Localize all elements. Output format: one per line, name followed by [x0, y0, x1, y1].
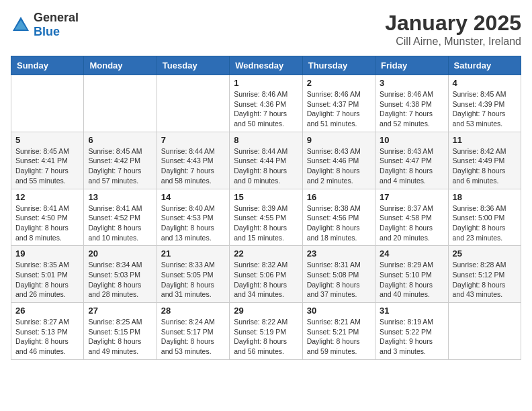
title-block: January 2025 Cill Airne, Munster, Irelan… — [385, 11, 521, 48]
day-number: 1 — [234, 78, 298, 88]
day-cell: 16Sunrise: 8:38 AM Sunset: 4:56 PM Dayli… — [302, 189, 375, 246]
day-info: Sunrise: 8:42 AM Sunset: 4:49 PM Dayligh… — [453, 146, 517, 186]
day-info: Sunrise: 8:46 AM Sunset: 4:38 PM Dayligh… — [380, 89, 443, 129]
header-sunday: Sunday — [11, 56, 84, 75]
day-info: Sunrise: 8:46 AM Sunset: 4:37 PM Dayligh… — [307, 89, 371, 129]
day-cell — [11, 75, 84, 132]
day-number: 29 — [234, 306, 298, 316]
day-info: Sunrise: 8:45 AM Sunset: 4:39 PM Dayligh… — [453, 89, 517, 129]
logo-blue: Blue — [34, 25, 60, 38]
day-number: 21 — [161, 248, 225, 259]
day-number: 12 — [15, 192, 79, 202]
day-number: 25 — [453, 248, 517, 259]
day-number: 15 — [234, 192, 298, 202]
day-cell: 10Sunrise: 8:43 AM Sunset: 4:47 PM Dayli… — [375, 132, 448, 189]
day-info: Sunrise: 8:32 AM Sunset: 5:06 PM Dayligh… — [234, 260, 298, 300]
day-cell: 21Sunrise: 8:33 AM Sunset: 5:05 PM Dayli… — [157, 246, 229, 303]
day-cell: 13Sunrise: 8:41 AM Sunset: 4:52 PM Dayli… — [84, 189, 157, 246]
day-number: 7 — [161, 135, 225, 145]
day-info: Sunrise: 8:44 AM Sunset: 4:44 PM Dayligh… — [234, 146, 298, 186]
day-info: Sunrise: 8:41 AM Sunset: 4:50 PM Dayligh… — [15, 203, 79, 243]
day-info: Sunrise: 8:43 AM Sunset: 4:46 PM Dayligh… — [307, 146, 371, 186]
header-monday: Monday — [84, 56, 157, 75]
day-info: Sunrise: 8:44 AM Sunset: 4:43 PM Dayligh… — [161, 146, 225, 186]
day-number: 8 — [234, 135, 298, 145]
day-number: 10 — [380, 135, 443, 145]
day-info: Sunrise: 8:22 AM Sunset: 5:19 PM Dayligh… — [234, 317, 298, 357]
day-info: Sunrise: 8:46 AM Sunset: 4:36 PM Dayligh… — [234, 89, 298, 129]
day-info: Sunrise: 8:39 AM Sunset: 4:55 PM Dayligh… — [234, 203, 298, 243]
day-info: Sunrise: 8:36 AM Sunset: 5:00 PM Dayligh… — [453, 203, 517, 243]
day-number: 16 — [307, 192, 371, 202]
week-row-5: 26Sunrise: 8:27 AM Sunset: 5:13 PM Dayli… — [11, 303, 521, 360]
day-cell: 6Sunrise: 8:45 AM Sunset: 4:42 PM Daylig… — [84, 132, 157, 189]
day-number: 22 — [234, 248, 298, 259]
day-cell: 22Sunrise: 8:32 AM Sunset: 5:06 PM Dayli… — [230, 246, 302, 303]
day-number: 17 — [380, 192, 443, 202]
day-info: Sunrise: 8:33 AM Sunset: 5:05 PM Dayligh… — [161, 260, 225, 300]
day-info: Sunrise: 8:25 AM Sunset: 5:15 PM Dayligh… — [88, 317, 152, 357]
day-cell: 15Sunrise: 8:39 AM Sunset: 4:55 PM Dayli… — [230, 189, 302, 246]
week-row-3: 12Sunrise: 8:41 AM Sunset: 4:50 PM Dayli… — [11, 189, 521, 246]
day-number: 14 — [161, 192, 225, 202]
day-number: 26 — [15, 306, 79, 316]
day-number: 9 — [307, 135, 371, 145]
day-info: Sunrise: 8:40 AM Sunset: 4:53 PM Dayligh… — [161, 203, 225, 243]
day-cell: 18Sunrise: 8:36 AM Sunset: 5:00 PM Dayli… — [448, 189, 521, 246]
day-cell: 28Sunrise: 8:24 AM Sunset: 5:17 PM Dayli… — [157, 303, 229, 360]
day-info: Sunrise: 8:41 AM Sunset: 4:52 PM Dayligh… — [88, 203, 152, 243]
logo-general: General — [34, 11, 79, 24]
day-number: 24 — [380, 248, 443, 259]
day-info: Sunrise: 8:34 AM Sunset: 5:03 PM Dayligh… — [88, 260, 152, 300]
day-number: 27 — [88, 306, 152, 316]
header-friday: Friday — [375, 56, 448, 75]
day-cell: 19Sunrise: 8:35 AM Sunset: 5:01 PM Dayli… — [11, 246, 84, 303]
calendar-table: SundayMondayTuesdayWednesdayThursdayFrid… — [11, 56, 521, 360]
day-cell — [157, 75, 229, 132]
day-cell: 17Sunrise: 8:37 AM Sunset: 4:58 PM Dayli… — [375, 189, 448, 246]
day-number: 13 — [88, 192, 152, 202]
day-info: Sunrise: 8:45 AM Sunset: 4:42 PM Dayligh… — [88, 146, 152, 186]
day-cell: 20Sunrise: 8:34 AM Sunset: 5:03 PM Dayli… — [84, 246, 157, 303]
day-cell: 26Sunrise: 8:27 AM Sunset: 5:13 PM Dayli… — [11, 303, 84, 360]
day-cell: 9Sunrise: 8:43 AM Sunset: 4:46 PM Daylig… — [302, 132, 375, 189]
header-tuesday: Tuesday — [157, 56, 229, 75]
day-cell: 14Sunrise: 8:40 AM Sunset: 4:53 PM Dayli… — [157, 189, 229, 246]
day-number: 3 — [380, 78, 443, 88]
day-info: Sunrise: 8:27 AM Sunset: 5:13 PM Dayligh… — [15, 317, 79, 357]
day-cell: 1Sunrise: 8:46 AM Sunset: 4:36 PM Daylig… — [230, 75, 302, 132]
day-number: 18 — [453, 192, 517, 202]
day-number: 4 — [453, 78, 517, 88]
day-info: Sunrise: 8:29 AM Sunset: 5:10 PM Dayligh… — [380, 260, 443, 300]
day-info: Sunrise: 8:37 AM Sunset: 4:58 PM Dayligh… — [380, 203, 443, 243]
day-info: Sunrise: 8:19 AM Sunset: 5:22 PM Dayligh… — [380, 317, 443, 357]
day-cell: 24Sunrise: 8:29 AM Sunset: 5:10 PM Dayli… — [375, 246, 448, 303]
logo-text: General Blue — [34, 11, 79, 39]
day-cell: 12Sunrise: 8:41 AM Sunset: 4:50 PM Dayli… — [11, 189, 84, 246]
logo-icon — [11, 15, 31, 35]
day-cell: 23Sunrise: 8:31 AM Sunset: 5:08 PM Dayli… — [302, 246, 375, 303]
day-cell: 4Sunrise: 8:45 AM Sunset: 4:39 PM Daylig… — [448, 75, 521, 132]
day-number: 2 — [307, 78, 371, 88]
day-number: 23 — [307, 248, 371, 259]
header-wednesday: Wednesday — [230, 56, 302, 75]
day-number: 30 — [307, 306, 371, 316]
day-number: 5 — [15, 135, 79, 145]
day-cell: 25Sunrise: 8:28 AM Sunset: 5:12 PM Dayli… — [448, 246, 521, 303]
day-cell: 7Sunrise: 8:44 AM Sunset: 4:43 PM Daylig… — [157, 132, 229, 189]
day-cell: 5Sunrise: 8:45 AM Sunset: 4:41 PM Daylig… — [11, 132, 84, 189]
header-row: SundayMondayTuesdayWednesdayThursdayFrid… — [11, 56, 521, 75]
day-number: 28 — [161, 306, 225, 316]
day-cell — [448, 303, 521, 360]
day-info: Sunrise: 8:21 AM Sunset: 5:21 PM Dayligh… — [307, 317, 371, 357]
day-number: 6 — [88, 135, 152, 145]
day-number: 19 — [15, 248, 79, 259]
header-saturday: Saturday — [448, 56, 521, 75]
week-row-2: 5Sunrise: 8:45 AM Sunset: 4:41 PM Daylig… — [11, 132, 521, 189]
day-info: Sunrise: 8:43 AM Sunset: 4:47 PM Dayligh… — [380, 146, 443, 186]
day-cell: 8Sunrise: 8:44 AM Sunset: 4:44 PM Daylig… — [230, 132, 302, 189]
day-cell: 29Sunrise: 8:22 AM Sunset: 5:19 PM Dayli… — [230, 303, 302, 360]
day-cell: 11Sunrise: 8:42 AM Sunset: 4:49 PM Dayli… — [448, 132, 521, 189]
day-info: Sunrise: 8:24 AM Sunset: 5:17 PM Dayligh… — [161, 317, 225, 357]
day-cell: 30Sunrise: 8:21 AM Sunset: 5:21 PM Dayli… — [302, 303, 375, 360]
